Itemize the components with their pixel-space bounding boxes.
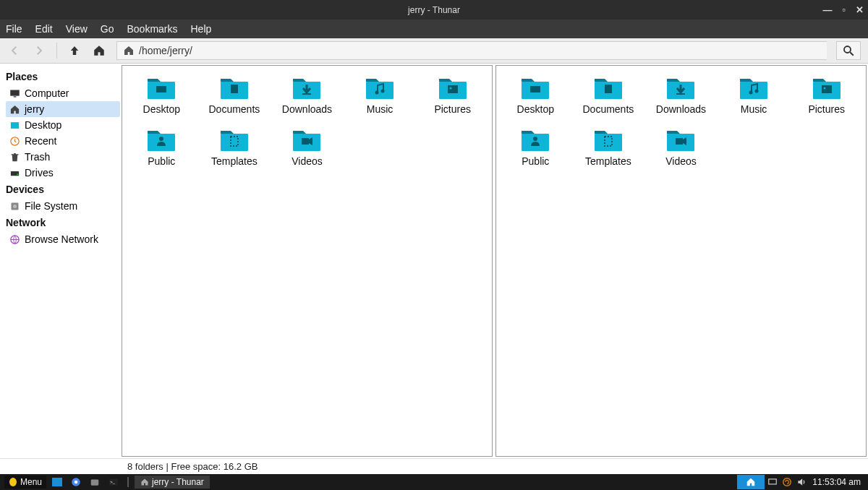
- sidebar-item-file-system[interactable]: File System: [6, 198, 120, 214]
- svg-point-18: [375, 91, 379, 95]
- taskbar-pin-chrome[interactable]: [68, 476, 84, 489]
- menu-bookmarks[interactable]: Bookmarks: [127, 23, 177, 35]
- home-button[interactable]: [92, 43, 106, 58]
- sidebar-item-recent[interactable]: Recent: [6, 133, 120, 149]
- desktop-icon: [9, 119, 20, 131]
- folder-label: Videos: [292, 155, 323, 167]
- folder-label: Public: [148, 155, 175, 167]
- tray-update-icon[interactable]: [782, 477, 792, 487]
- svg-rect-12: [156, 86, 166, 93]
- svg-rect-28: [302, 138, 309, 145]
- sidebar-item-jerry[interactable]: jerry: [6, 101, 120, 117]
- monitor-icon: [9, 87, 20, 99]
- search-icon: [842, 44, 855, 57]
- taskbar-active-window[interactable]: jerry - Thunar: [135, 476, 210, 489]
- menu-view[interactable]: View: [66, 23, 88, 35]
- sidebar-item-label: File System: [25, 200, 77, 212]
- folder-public[interactable]: Public: [127, 124, 197, 170]
- folder-label: Pictures: [434, 103, 471, 115]
- sidebar-item-trash[interactable]: Trash: [6, 149, 120, 165]
- sidebar-item-computer[interactable]: Computer: [6, 85, 120, 101]
- forward-button[interactable]: [32, 43, 46, 58]
- folder-videos[interactable]: Videos: [272, 124, 342, 170]
- folder-templates[interactable]: Templates: [200, 124, 270, 170]
- sidebar-item-browse-network[interactable]: Browse Network: [6, 231, 120, 247]
- search-button[interactable]: [836, 41, 861, 60]
- taskbar-clock[interactable]: 11:53:04 am: [809, 477, 864, 487]
- taskbar-pin-files[interactable]: [87, 476, 103, 489]
- folder-documents[interactable]: Documents: [200, 72, 270, 118]
- taskbar: Menu >_ jerry - Thunar 11:53:04 am: [0, 474, 868, 490]
- clock-icon: [9, 135, 20, 147]
- folder-icon: [436, 74, 469, 100]
- sidebar-item-label: Browse Network: [25, 233, 98, 245]
- show-desktop-button[interactable]: [737, 475, 765, 489]
- folder-icon: [519, 126, 552, 152]
- menu-edit[interactable]: Edit: [35, 23, 53, 35]
- folder-public[interactable]: Public: [501, 124, 571, 170]
- drive-icon: [9, 167, 20, 179]
- sidebar-item-label: Trash: [25, 151, 50, 163]
- svg-point-9: [13, 205, 17, 208]
- globe-icon: [9, 233, 20, 245]
- folder-label: Desktop: [517, 103, 554, 115]
- svg-point-7: [17, 173, 18, 175]
- path-text: /home/jerry/: [139, 45, 192, 56]
- menu-help[interactable]: Help: [191, 23, 212, 35]
- folder-label: Videos: [665, 155, 697, 167]
- taskbar-sep: [124, 476, 132, 489]
- pane-left[interactable]: Desktop Documents Downloads Music Pictur…: [122, 65, 493, 457]
- svg-rect-14: [231, 85, 238, 93]
- folder-music[interactable]: Music: [345, 72, 415, 118]
- menu-go[interactable]: Go: [101, 23, 114, 35]
- taskbar-pin-desktop[interactable]: [49, 476, 65, 489]
- svg-rect-4: [10, 122, 18, 129]
- terminal-icon: >_: [109, 477, 119, 487]
- start-menu-button[interactable]: Menu: [4, 476, 46, 489]
- sidebar-heading: Network: [6, 214, 120, 231]
- folder-downloads[interactable]: Downloads: [272, 72, 342, 118]
- svg-rect-32: [605, 85, 612, 93]
- up-button[interactable]: [67, 43, 82, 58]
- pathbar[interactable]: /home/jerry/: [116, 41, 827, 60]
- home-icon: [9, 103, 20, 115]
- svg-point-19: [381, 90, 385, 93]
- sidebar-heading: Places: [6, 68, 120, 85]
- maximize-button[interactable]: ▫: [842, 4, 846, 15]
- files-icon: [90, 477, 100, 487]
- folder-label: Music: [367, 103, 393, 115]
- sidebar-item-drives[interactable]: Drives: [6, 165, 120, 181]
- folder-videos[interactable]: Videos: [646, 124, 716, 170]
- pane-right[interactable]: Desktop Documents Downloads Music Pictur…: [495, 65, 867, 457]
- folder-desktop[interactable]: Desktop: [127, 72, 197, 118]
- folder-icon: [290, 126, 323, 152]
- svg-text:>_: >_: [110, 480, 115, 484]
- folder-documents[interactable]: Documents: [574, 72, 644, 118]
- folder-label: Templates: [211, 155, 258, 167]
- taskbar-pin-terminal[interactable]: >_: [106, 476, 122, 489]
- menu-file[interactable]: File: [6, 23, 22, 35]
- disk-icon: [9, 200, 20, 212]
- tray-monitor-icon[interactable]: [767, 477, 778, 487]
- minimize-button[interactable]: —: [822, 4, 832, 15]
- tray-volume-icon[interactable]: [796, 477, 807, 487]
- folder-pictures[interactable]: Pictures: [791, 72, 861, 118]
- svg-point-0: [844, 46, 851, 53]
- svg-rect-46: [676, 138, 683, 145]
- folder-desktop[interactable]: Desktop: [501, 72, 571, 118]
- statusbar: 8 folders | Free space: 16.2 GB: [0, 458, 868, 474]
- trash-icon: [9, 151, 20, 163]
- close-button[interactable]: ✕: [856, 4, 864, 15]
- folder-pictures[interactable]: Pictures: [417, 72, 488, 118]
- svg-rect-2: [10, 90, 20, 95]
- back-button[interactable]: [7, 43, 22, 58]
- folder-label: Downloads: [282, 103, 332, 115]
- svg-rect-53: [769, 479, 777, 484]
- folder-music[interactable]: Music: [719, 72, 789, 118]
- folder-downloads[interactable]: Downloads: [646, 72, 716, 118]
- svg-rect-39: [822, 85, 832, 93]
- folder-templates[interactable]: Templates: [574, 124, 644, 170]
- svg-point-24: [159, 137, 163, 141]
- svg-point-42: [533, 137, 537, 141]
- sidebar-item-desktop[interactable]: Desktop: [6, 117, 120, 133]
